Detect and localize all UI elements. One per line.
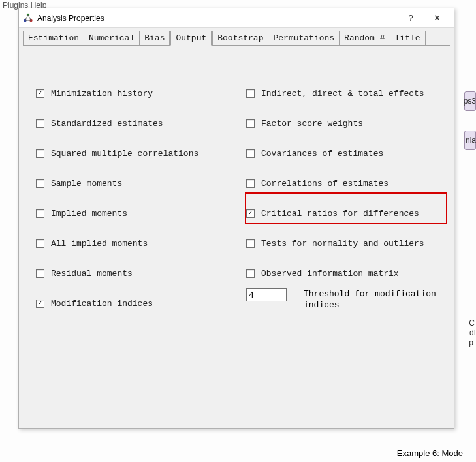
opt-label: Tests for normality and outliers (261, 239, 424, 249)
checkbox-icon[interactable] (246, 239, 255, 248)
svg-line-4 (28, 15, 31, 20)
opt-minimization-history[interactable]: Minimization history (36, 78, 227, 108)
threshold-row: Threshold for modification indices (246, 288, 437, 318)
checkbox-icon[interactable] (36, 270, 44, 278)
opt-indirect-direct-total[interactable]: Indirect, direct & total effects (246, 78, 437, 108)
threshold-label: Threshold for modification indices (304, 288, 437, 311)
opt-standardized-estimates[interactable]: Standardized estimates (36, 108, 227, 138)
checkbox-icon[interactable] (36, 239, 44, 248)
tab-bias[interactable]: Bias (139, 31, 170, 45)
bg-text-p: p (469, 338, 473, 347)
checkbox-icon[interactable] (246, 179, 255, 188)
bg-text-ps3: ps3 (464, 97, 476, 106)
opt-sample-moments[interactable]: Sample moments (36, 168, 227, 198)
threshold-input[interactable] (246, 288, 287, 301)
tab-numerical[interactable]: Numerical (84, 31, 140, 45)
opt-correlations-estimates[interactable]: Correlations of estimates (246, 168, 437, 198)
svg-line-3 (25, 15, 29, 20)
close-button[interactable]: ✕ (424, 9, 450, 27)
tab-strip: Estimation Numerical Bias Output Bootstr… (19, 28, 454, 45)
opt-label: Squared multiple correlations (51, 149, 198, 159)
checkbox-icon[interactable] (246, 119, 255, 128)
opt-factor-score-weights[interactable]: Factor score weights (246, 108, 437, 138)
tab-estimation[interactable]: Estimation (23, 31, 84, 45)
bg-text-c: C (469, 318, 475, 328)
opt-label: Standardized estimates (51, 119, 163, 129)
checkbox-icon[interactable] (246, 89, 255, 98)
opt-label: All implied moments (51, 239, 148, 249)
dialog-title: Analysis Properties (37, 14, 398, 23)
opt-all-implied-moments[interactable]: All implied moments (36, 228, 227, 258)
tab-output[interactable]: Output (170, 31, 212, 46)
footer-example-text: Example 6: Mode (397, 448, 463, 458)
checkbox-icon[interactable] (36, 149, 44, 158)
checkbox-icon[interactable] (246, 270, 255, 278)
opt-label: Factor score weights (261, 119, 363, 129)
tab-title[interactable]: Title (390, 31, 426, 45)
checkbox-icon[interactable] (36, 119, 44, 128)
opt-covariances-estimates[interactable]: Covariances of estimates (246, 138, 437, 168)
checkbox-icon[interactable] (246, 149, 255, 158)
opt-label: Residual moments (51, 269, 133, 279)
opt-label: Implied moments (51, 209, 127, 219)
opt-label: Observed information matrix (261, 269, 399, 279)
opt-label: Sample moments (51, 179, 122, 189)
opt-label: Covariances of estimates (261, 149, 383, 159)
opt-modification-indices[interactable]: Modification indices (36, 288, 227, 318)
opt-observed-info-matrix[interactable]: Observed information matrix (246, 258, 437, 288)
opt-tests-normality[interactable]: Tests for normality and outliers (246, 228, 437, 258)
tab-page-output: Minimization history Standardized estima… (23, 45, 450, 424)
opt-critical-ratios[interactable]: Critical ratios for differences (246, 198, 437, 228)
tab-random[interactable]: Random # (339, 31, 390, 45)
checkbox-icon[interactable] (36, 300, 44, 308)
opt-label: Correlations of estimates (261, 179, 389, 189)
checkbox-icon[interactable] (36, 209, 44, 218)
tab-bootstrap[interactable]: Bootstrap (212, 31, 268, 45)
tab-permutations[interactable]: Permutations (268, 31, 340, 45)
opt-label: Minimization history (51, 89, 153, 99)
opt-squared-multiple-correlations[interactable]: Squared multiple correlations (36, 138, 227, 168)
opt-label: Critical ratios for differences (261, 209, 419, 219)
opt-implied-moments[interactable]: Implied moments (36, 198, 227, 228)
checkbox-icon[interactable] (36, 179, 44, 188)
checkbox-icon[interactable] (246, 209, 255, 218)
opt-label: Indirect, direct & total effects (261, 89, 424, 99)
app-icon (23, 13, 33, 23)
bg-text-nia: nia (466, 136, 476, 145)
opt-residual-moments[interactable]: Residual moments (36, 258, 227, 288)
right-column: Indirect, direct & total effects Factor … (246, 78, 437, 318)
help-button[interactable]: ? (398, 9, 424, 27)
dialog-titlebar: Analysis Properties ? ✕ (19, 8, 454, 28)
opt-label: Modification indices (51, 299, 153, 309)
left-column: Minimization history Standardized estima… (36, 78, 227, 318)
analysis-properties-dialog: Analysis Properties ? ✕ Estimation Numer… (18, 8, 454, 429)
checkbox-icon[interactable] (36, 89, 44, 98)
bg-text-df: df (469, 328, 476, 337)
